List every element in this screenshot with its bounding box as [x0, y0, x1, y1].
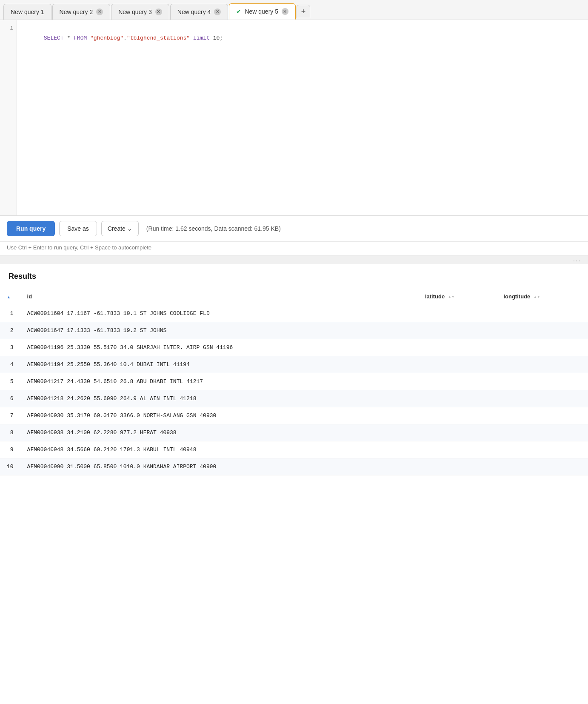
table-row: 8AFM00040938 34.2100 62.2280 977.2 HERAT…: [0, 424, 588, 441]
cell-row-num: 5: [0, 373, 20, 390]
cell-latitude: [418, 305, 497, 322]
table-row: 3AE000041196 25.3330 55.5170 34.0 SHARJA…: [0, 339, 588, 356]
table-row: 6AEM00041218 24.2620 55.6090 264.9 AL AI…: [0, 390, 588, 407]
cell-id: AEM00041218 24.2620 55.6090 264.9 AL AIN…: [20, 390, 418, 407]
cell-latitude: [418, 390, 497, 407]
th-id[interactable]: id: [20, 288, 418, 305]
cell-row-num: 10: [0, 458, 20, 475]
cell-longtitude: [497, 356, 588, 373]
tabs-bar: New query 1 New query 2 ✕ New query 3 ✕ …: [0, 0, 588, 20]
table-header-row: id latitude ▲▼ longtitude ▲▼: [0, 288, 588, 305]
cell-longtitude: [497, 441, 588, 458]
resize-handle[interactable]: ...: [0, 255, 588, 263]
cell-row-num: 3: [0, 339, 20, 356]
cell-row-num: 7: [0, 407, 20, 424]
th-id-label: id: [27, 293, 32, 300]
cell-row-num: 9: [0, 441, 20, 458]
tab-label: New query 1: [11, 9, 44, 15]
cell-row-num: 1: [0, 305, 20, 322]
cell-latitude: [418, 458, 497, 475]
th-lon-sort: ▲▼: [534, 295, 540, 299]
cell-row-num: 8: [0, 424, 20, 441]
tab-new-query-3[interactable]: New query 3 ✕: [111, 4, 169, 20]
cell-latitude: [418, 441, 497, 458]
line-numbers: 1: [0, 20, 17, 215]
hint-text: Use Ctrl + Enter to run query, Ctrl + Sp…: [0, 242, 588, 255]
cell-id: AEM00041217 24.4330 54.6510 26.8 ABU DHA…: [20, 373, 418, 390]
cell-id: AEM00041194 25.2550 55.3640 10.4 DUBAI I…: [20, 356, 418, 373]
cell-latitude: [418, 407, 497, 424]
cell-longtitude: [497, 322, 588, 339]
tab-new-query-1[interactable]: New query 1: [3, 4, 51, 20]
editor-area: 1 SELECT * FROM "ghcnblog"."tblghcnd_sta…: [0, 20, 588, 216]
table-row: 10AFM00040990 31.5000 65.8500 1010.0 KAN…: [0, 458, 588, 475]
sort-up-icon: [7, 293, 11, 300]
success-check-icon: ✔: [236, 8, 241, 15]
cell-latitude: [418, 322, 497, 339]
create-button[interactable]: Create ⌄: [101, 221, 139, 236]
tab-new-query-4[interactable]: New query 4 ✕: [170, 4, 228, 20]
tab-label: New query 2: [60, 9, 93, 15]
save-as-button[interactable]: Save as: [59, 221, 97, 236]
th-row-num: [0, 288, 20, 305]
cell-latitude: [418, 373, 497, 390]
tab-label: New query 5: [245, 8, 278, 15]
tab-close-3[interactable]: ✕: [155, 9, 162, 15]
tab-new-query-2[interactable]: New query 2 ✕: [52, 4, 111, 20]
th-lat-label: latitude: [425, 293, 445, 300]
results-table-body: 1ACW00011604 17.1167 -61.7833 10.1 ST JO…: [0, 305, 588, 475]
line-number-1: 1: [3, 25, 13, 31]
tab-close-4[interactable]: ✕: [214, 9, 221, 15]
table-row: 5AEM00041217 24.4330 54.6510 26.8 ABU DH…: [0, 373, 588, 390]
toolbar: Run query Save as Create ⌄ (Run time: 1.…: [0, 216, 588, 242]
cell-id: ACW00011604 17.1167 -61.7833 10.1 ST JOH…: [20, 305, 418, 322]
cell-id: AFM00040990 31.5000 65.8500 1010.0 KANDA…: [20, 458, 418, 475]
cell-longtitude: [497, 305, 588, 322]
add-tab-button[interactable]: +: [297, 5, 310, 18]
cell-row-num: 6: [0, 390, 20, 407]
cell-id: AFM00040938 34.2100 62.2280 977.2 HERAT …: [20, 424, 418, 441]
th-lon-label: longtitude: [503, 293, 530, 300]
results-section: Results id latitude ▲▼: [0, 263, 588, 475]
cell-row-num: 2: [0, 322, 20, 339]
table-row: 7AF000040930 35.3170 69.0170 3366.0 NORT…: [0, 407, 588, 424]
add-tab-icon: +: [301, 7, 306, 16]
tab-new-query-5[interactable]: ✔ New query 5 ✕: [229, 3, 296, 20]
main-container: New query 1 New query 2 ✕ New query 3 ✕ …: [0, 0, 588, 704]
cell-id: AFM00040948 34.5660 69.2120 1791.3 KABUL…: [20, 441, 418, 458]
code-editor[interactable]: SELECT * FROM "ghcnblog"."tblghcnd_stati…: [17, 20, 588, 215]
cell-id: AE000041196 25.3330 55.5170 34.0 SHARJAH…: [20, 339, 418, 356]
table-row: 2ACW00011647 17.1333 -61.7833 19.2 ST JO…: [0, 322, 588, 339]
cell-id: ACW00011647 17.1333 -61.7833 19.2 ST JOH…: [20, 322, 418, 339]
create-label: Create: [108, 225, 126, 232]
table-row: 4AEM00041194 25.2550 55.3640 10.4 DUBAI …: [0, 356, 588, 373]
resize-dots: ...: [573, 255, 581, 263]
tab-label: New query 4: [177, 9, 211, 15]
results-title: Results: [0, 272, 588, 288]
table-row: 1ACW00011604 17.1167 -61.7833 10.1 ST JO…: [0, 305, 588, 322]
cell-longtitude: [497, 458, 588, 475]
chevron-down-icon: ⌄: [127, 225, 132, 232]
run-query-button[interactable]: Run query: [7, 221, 55, 236]
cell-longtitude: [497, 390, 588, 407]
th-longtitude[interactable]: longtitude ▲▼: [497, 288, 588, 305]
tab-close-5[interactable]: ✕: [282, 8, 288, 15]
th-lat-sort: ▲▼: [448, 295, 455, 299]
cell-latitude: [418, 424, 497, 441]
table-row: 9AFM00040948 34.5660 69.2120 1791.3 KABU…: [0, 441, 588, 458]
cell-longtitude: [497, 373, 588, 390]
cell-longtitude: [497, 339, 588, 356]
cell-latitude: [418, 356, 497, 373]
th-latitude[interactable]: latitude ▲▼: [418, 288, 497, 305]
sort-active-icon[interactable]: [7, 293, 11, 300]
tab-close-2[interactable]: ✕: [96, 9, 103, 15]
tab-label: New query 3: [118, 9, 152, 15]
cell-longtitude: [497, 424, 588, 441]
run-info: (Run time: 1.62 seconds, Data scanned: 6…: [146, 225, 281, 232]
cell-row-num: 4: [0, 356, 20, 373]
cell-longtitude: [497, 407, 588, 424]
cell-id: AF000040930 35.3170 69.0170 3366.0 NORTH…: [20, 407, 418, 424]
results-table: id latitude ▲▼ longtitude ▲▼ 1ACW0001160…: [0, 288, 588, 475]
cell-latitude: [418, 339, 497, 356]
